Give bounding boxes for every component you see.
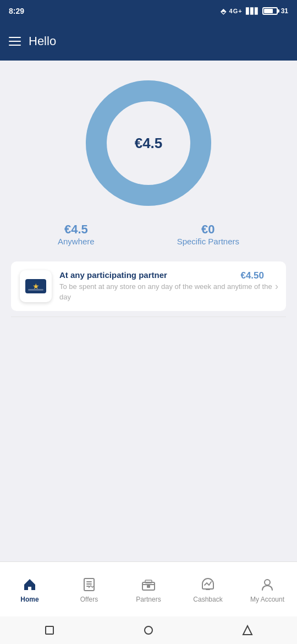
svg-point-13 bbox=[145, 626, 152, 634]
hamburger-menu[interactable] bbox=[9, 37, 21, 46]
nav-home-label: Home bbox=[20, 596, 38, 603]
nav-item-offers[interactable]: Offers bbox=[59, 576, 119, 603]
svg-marker-14 bbox=[243, 626, 252, 635]
android-back-button[interactable] bbox=[43, 624, 56, 637]
android-home-button[interactable] bbox=[142, 624, 155, 637]
home-icon bbox=[21, 576, 38, 593]
stat-specific-label: Specific Partners bbox=[177, 237, 239, 246]
status-bar: 8:29 ⬘ 4G+ ▋▋▋ 31 bbox=[0, 0, 297, 22]
nav-offers-label: Offers bbox=[80, 596, 98, 603]
svg-point-11 bbox=[265, 580, 270, 585]
svg-rect-7 bbox=[145, 580, 152, 583]
svg-rect-8 bbox=[147, 585, 150, 588]
bars-icon: ▋▋▋ bbox=[246, 8, 259, 15]
svg-rect-10 bbox=[206, 588, 210, 590]
main-content: €4.5 €4.5 Anywhere €0 Specific Partners … bbox=[0, 61, 297, 561]
nav-item-cashback[interactable]: Cashback bbox=[178, 576, 238, 603]
svg-rect-4 bbox=[86, 583, 92, 585]
status-icons: ⬘ 4G+ ▋▋▋ 31 bbox=[221, 7, 288, 15]
stats-row: €4.5 Anywhere €0 Specific Partners bbox=[11, 222, 286, 246]
nav-my-account-label: My Account bbox=[250, 596, 284, 603]
offers-icon bbox=[80, 576, 98, 593]
svg-rect-3 bbox=[86, 581, 92, 582]
header-title: Hello bbox=[29, 34, 56, 48]
nav-cashback-label: Cashback bbox=[193, 596, 222, 603]
stat-anywhere: €4.5 Anywhere bbox=[58, 222, 95, 246]
divider bbox=[11, 316, 286, 317]
time: 8:29 bbox=[9, 7, 24, 15]
donut-center-value: €4.5 bbox=[135, 135, 163, 152]
bottom-nav: Home Offers Partners bbox=[0, 561, 297, 616]
nav-partners-label: Partners bbox=[136, 596, 161, 603]
card-description: To be spent at any store on any day of t… bbox=[59, 282, 277, 302]
signal-icon: 4G+ bbox=[229, 8, 243, 14]
donut-chart-wrapper: €4.5 bbox=[11, 77, 286, 209]
card-amount: €4.50 bbox=[240, 270, 264, 281]
battery-icon bbox=[262, 7, 278, 15]
nav-item-partners[interactable]: Partners bbox=[119, 576, 178, 603]
stat-specific: €0 Specific Partners bbox=[177, 222, 239, 246]
svg-rect-5 bbox=[86, 586, 90, 587]
app-header: Hello bbox=[0, 22, 297, 61]
bluetooth-icon: ⬘ bbox=[221, 7, 226, 15]
partners-icon bbox=[140, 576, 157, 593]
donut-chart: €4.5 bbox=[82, 77, 215, 209]
card-icon-lines bbox=[28, 289, 43, 291]
chevron-right-icon: › bbox=[275, 281, 278, 292]
stat-anywhere-label: Anywhere bbox=[58, 237, 95, 246]
nav-item-home[interactable]: Home bbox=[0, 576, 59, 603]
svg-rect-12 bbox=[46, 626, 53, 634]
card-icon-inner: ★ bbox=[25, 279, 46, 293]
nav-item-my-account[interactable]: My Account bbox=[238, 576, 297, 603]
android-recents-button[interactable] bbox=[241, 624, 254, 637]
battery-level: 31 bbox=[281, 7, 288, 15]
svg-rect-9 bbox=[142, 584, 155, 585]
my-account-icon bbox=[258, 576, 276, 593]
partner-card[interactable]: ★ At any participating partner To be spe… bbox=[11, 261, 286, 311]
android-nav-bar bbox=[0, 616, 297, 644]
card-icon: ★ bbox=[20, 270, 52, 302]
cashback-icon bbox=[199, 576, 217, 593]
stat-anywhere-value: €4.5 bbox=[58, 222, 95, 237]
stat-specific-value: €0 bbox=[177, 222, 239, 237]
